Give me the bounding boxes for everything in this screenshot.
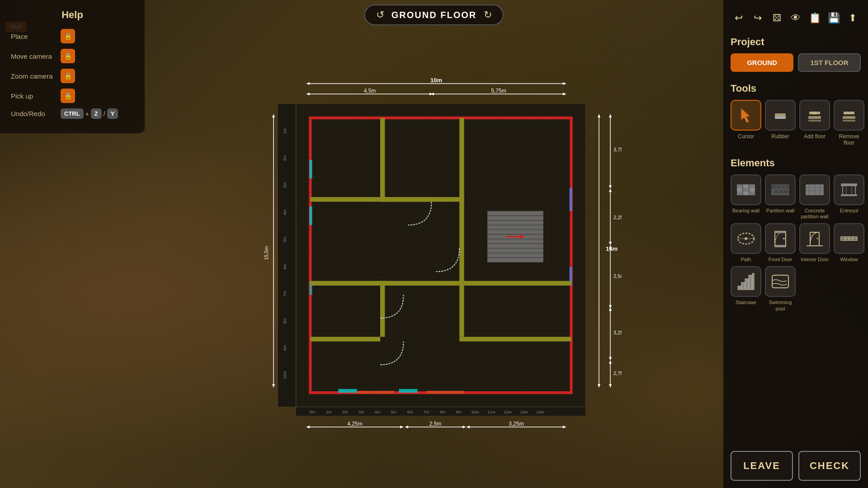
svg-rect-19	[750, 184, 755, 188]
check-button[interactable]: CHECK	[798, 451, 861, 481]
help-slash-icon: /	[104, 110, 105, 117]
help-title: Help	[11, 9, 134, 21]
front-door-label: Front Door	[769, 257, 793, 263]
help-key-combo-undo: CTRL + Z / Y	[61, 108, 118, 119]
help-key-zoom: 🔒	[61, 69, 75, 83]
bearing-wall-element[interactable]: Bearing wall	[731, 174, 761, 220]
project-buttons: GROUND 1ST FLOOR	[731, 53, 861, 72]
svg-marker-146	[598, 114, 600, 117]
staircase-element[interactable]: Staircase	[731, 266, 761, 311]
svg-rect-20	[737, 192, 742, 195]
staircase-icon	[736, 272, 756, 291]
svg-rect-25	[750, 192, 755, 195]
interior-door-element[interactable]: Interior Door	[799, 223, 830, 263]
svg-marker-154	[609, 188, 612, 192]
svg-marker-178	[405, 426, 408, 428]
window-element[interactable]: Window	[834, 223, 864, 263]
front-door-icon	[770, 229, 790, 249]
left-ruler: 1m 2m 3m 4m 5m 6m 7m 8m 9m 10m	[278, 104, 296, 407]
svg-rect-67	[749, 275, 752, 290]
redo-button[interactable]: ↪	[750, 7, 766, 29]
svg-text:2,5m: 2,5m	[613, 273, 622, 279]
svg-rect-106	[278, 104, 296, 389]
left-dimensions-svg: 15,5m	[264, 104, 278, 389]
add-floor-label: Add floor	[804, 133, 826, 140]
svg-rect-28	[777, 185, 780, 189]
path-label: Path	[741, 257, 751, 263]
first-floor-button[interactable]: 1ST FLOOR	[798, 53, 861, 72]
rubber-tool[interactable]: Rubber	[765, 100, 796, 146]
svg-marker-174	[306, 426, 310, 428]
svg-text:2,5m: 2,5m	[429, 421, 442, 427]
svg-rect-17	[737, 184, 742, 188]
help-label-zoom: Zoom camera	[11, 72, 56, 80]
svg-rect-64	[738, 286, 741, 290]
front-door-element[interactable]: Front Door	[765, 223, 796, 263]
help-row-undo: Undo/Redo CTRL + Z / Y	[11, 108, 134, 119]
swimming-pool-icon-box	[765, 266, 796, 297]
help-key-y: Y	[107, 108, 118, 119]
partition-wall-label: Partition wall	[766, 208, 794, 214]
floor-title: GROUND FLOOR	[392, 10, 476, 20]
add-floor-tool[interactable]: + Add floor	[799, 100, 830, 146]
floorplan-svg[interactable]	[296, 104, 585, 407]
svg-rect-33	[783, 190, 787, 193]
svg-rect-84	[380, 197, 464, 202]
path-icon-box	[731, 223, 761, 254]
svg-rect-18	[743, 188, 749, 192]
undo-button[interactable]: ↩	[731, 7, 747, 29]
right-panel: ↩ ↪ ⚄ 👁 📋 💾 ⬆ Project GROUND 1ST FLOOR T…	[723, 0, 868, 488]
floor-arrow-left[interactable]: ↺	[376, 9, 384, 21]
partition-wall-element[interactable]: Partition wall	[765, 174, 796, 220]
bearing-wall-icon	[736, 180, 756, 200]
cursor-tool[interactable]: Cursor	[731, 100, 761, 146]
swimming-pool-element[interactable]: Swimming pool	[765, 266, 796, 311]
svg-rect-42	[841, 183, 857, 186]
svg-text:6m: 6m	[283, 264, 287, 270]
svg-rect-23	[737, 188, 742, 192]
svg-point-52	[783, 238, 785, 239]
entresol-element[interactable]: Entresol	[834, 174, 864, 220]
eye-icon[interactable]: 👁	[788, 7, 804, 29]
svg-rect-32	[779, 190, 783, 193]
swimming-pool-icon	[770, 272, 790, 291]
help-row-zoom: Zoom camera 🔒	[11, 69, 134, 83]
svg-marker-151	[609, 185, 612, 189]
svg-marker-150	[609, 114, 612, 117]
clipboard-icon[interactable]: 📋	[807, 7, 823, 29]
floor-arrow-right[interactable]: ↻	[484, 9, 492, 21]
rubber-label: Rubber	[771, 133, 789, 140]
help-label-undo: Undo/Redo	[11, 110, 56, 117]
svg-rect-102	[357, 391, 394, 394]
svg-text:5m: 5m	[283, 237, 287, 243]
svg-rect-9	[843, 120, 855, 122]
svg-rect-65	[741, 282, 745, 290]
svg-text:3,25m: 3,25m	[509, 421, 524, 427]
svg-marker-166	[609, 360, 612, 364]
svg-rect-54	[775, 245, 786, 247]
remove-floor-tool[interactable]: - Remove floor	[834, 100, 864, 146]
remove-floor-icon: -	[841, 107, 857, 123]
svg-text:7m: 7m	[283, 291, 287, 297]
svg-rect-29	[781, 185, 785, 189]
remove-floor-label: Remove floor	[834, 133, 864, 146]
ground-floor-button[interactable]: GROUND	[731, 53, 793, 72]
floor-selector: ↺ GROUND FLOOR ↻	[364, 5, 504, 25]
help-plus-icon: +	[85, 110, 89, 117]
svg-marker-163	[609, 357, 612, 361]
help-key-place: 🔒	[61, 29, 75, 43]
upload-icon[interactable]: ⬆	[844, 7, 861, 29]
svg-marker-182	[466, 426, 470, 428]
interior-door-label: Interior Door	[801, 257, 828, 263]
entresol-icon	[839, 180, 859, 200]
svg-rect-74	[309, 206, 312, 225]
svg-text:3,75m: 3,75m	[613, 147, 622, 152]
leave-button[interactable]: LEAVE	[731, 451, 793, 481]
svg-text:10m: 10m	[430, 77, 442, 84]
concrete-partition-wall-element[interactable]: Concrete partition wall	[799, 174, 830, 220]
path-element[interactable]: Path	[731, 223, 761, 263]
save-icon[interactable]: 💾	[826, 7, 842, 29]
svg-rect-76	[569, 188, 572, 211]
dice-icon[interactable]: ⚄	[769, 7, 785, 29]
bottom-buttons: LEAVE CHECK	[731, 446, 861, 481]
